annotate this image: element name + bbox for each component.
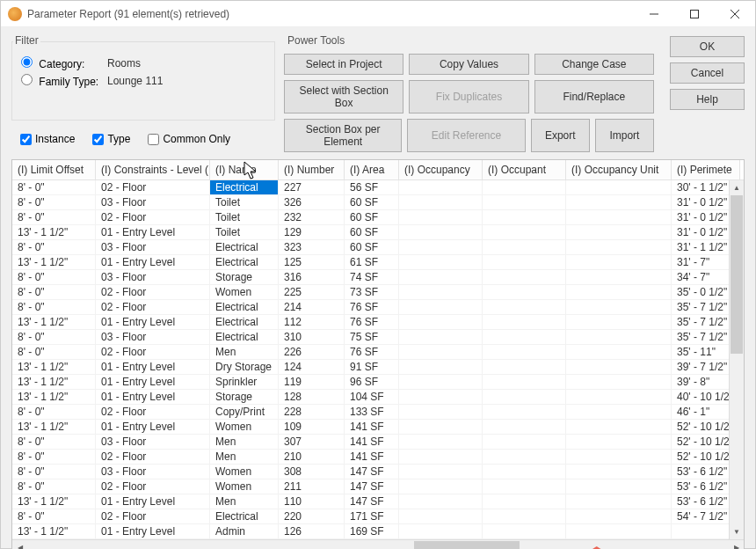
table-cell[interactable]: 8' - 0" xyxy=(12,285,96,299)
table-cell[interactable] xyxy=(483,285,566,299)
table-row[interactable]: 8' - 0"02 - FloorCopy/Print228133 SF46' … xyxy=(12,405,744,420)
table-cell[interactable]: 13' - 1 1/2" xyxy=(12,225,96,239)
table-cell[interactable] xyxy=(399,435,483,449)
table-row[interactable]: 13' - 1 1/2"01 - Entry LevelToilet12960 … xyxy=(12,225,744,240)
table-cell[interactable]: 129 xyxy=(279,225,345,239)
table-cell[interactable]: 8' - 0" xyxy=(12,465,96,479)
table-cell[interactable]: 01 - Entry Level xyxy=(96,390,210,404)
table-cell[interactable] xyxy=(483,450,566,464)
table-cell[interactable]: 01 - Entry Level xyxy=(96,315,210,329)
table-cell[interactable]: 310 xyxy=(279,330,345,344)
table-cell[interactable] xyxy=(399,360,483,374)
table-cell[interactable] xyxy=(566,285,672,299)
table-cell[interactable] xyxy=(566,509,672,523)
table-cell[interactable]: Men xyxy=(210,450,279,464)
table-cell[interactable]: 01 - Entry Level xyxy=(96,255,210,269)
table-cell[interactable]: 8' - 0" xyxy=(12,479,96,494)
table-cell[interactable] xyxy=(399,285,483,299)
table-cell[interactable]: 225 xyxy=(279,285,345,299)
table-cell[interactable]: 171 SF xyxy=(345,509,399,523)
table-row[interactable]: 13' - 1 1/2"01 - Entry LevelSprinkler119… xyxy=(12,375,744,390)
table-cell[interactable]: 8' - 0" xyxy=(12,195,96,209)
export-button[interactable]: Export xyxy=(531,119,590,152)
table-cell[interactable]: 76 SF xyxy=(345,300,399,314)
column-header[interactable]: (I) Name xyxy=(210,160,279,179)
select-section-box-button[interactable]: Select with Section Box xyxy=(284,80,403,113)
table-row[interactable]: 8' - 0"03 - FloorElectrical31075 SF35' -… xyxy=(12,330,744,345)
table-cell[interactable]: 119 xyxy=(279,375,345,389)
table-row[interactable]: 8' - 0"02 - FloorElectrical21476 SF35' -… xyxy=(12,300,744,315)
table-cell[interactable] xyxy=(566,405,672,419)
table-cell[interactable] xyxy=(483,195,566,209)
table-cell[interactable]: 76 SF xyxy=(345,345,399,359)
table-cell[interactable]: 307 xyxy=(279,435,345,449)
table-cell[interactable] xyxy=(399,255,483,269)
change-case-button[interactable]: Change Case xyxy=(534,54,654,75)
column-header[interactable]: (I) Constraints - Level ( xyxy=(96,160,210,179)
table-cell[interactable] xyxy=(483,180,566,194)
table-row[interactable]: 13' - 1 1/2"01 - Entry LevelWomen109141 … xyxy=(12,420,744,435)
table-cell[interactable] xyxy=(399,315,483,329)
table-cell[interactable]: 104 SF xyxy=(345,390,399,404)
table-cell[interactable] xyxy=(483,315,566,329)
table-cell[interactable]: 8' - 0" xyxy=(12,180,96,194)
table-cell[interactable]: 02 - Floor xyxy=(96,300,210,314)
category-radio[interactable]: Category: xyxy=(21,56,100,70)
table-cell[interactable] xyxy=(399,450,483,464)
table-cell[interactable]: 227 xyxy=(279,180,345,194)
table-cell[interactable] xyxy=(399,375,483,389)
table-cell[interactable]: 8' - 0" xyxy=(12,345,96,359)
type-checkbox[interactable]: Type xyxy=(92,133,130,145)
table-cell[interactable] xyxy=(566,524,672,538)
common-only-checkbox[interactable]: Common Only xyxy=(148,133,230,145)
table-cell[interactable]: 147 SF xyxy=(345,465,399,479)
table-cell[interactable]: 169 SF xyxy=(345,524,399,538)
table-cell[interactable] xyxy=(483,300,566,314)
scroll-right-icon[interactable]: ▶ xyxy=(729,540,744,549)
column-header[interactable]: (I) Limit Offset xyxy=(12,160,96,179)
table-cell[interactable]: Admin xyxy=(210,524,279,538)
table-cell[interactable]: 147 SF xyxy=(345,494,399,509)
table-cell[interactable] xyxy=(566,315,672,329)
table-cell[interactable]: 210 xyxy=(279,450,345,464)
maximize-button[interactable] xyxy=(674,1,715,27)
table-cell[interactable]: 01 - Entry Level xyxy=(96,225,210,239)
table-cell[interactable]: 13' - 1 1/2" xyxy=(12,524,96,538)
table-cell[interactable] xyxy=(566,330,672,344)
table-cell[interactable] xyxy=(483,210,566,224)
table-cell[interactable] xyxy=(483,465,566,479)
table-cell[interactable] xyxy=(399,494,483,509)
table-cell[interactable] xyxy=(399,330,483,344)
close-button[interactable] xyxy=(715,1,755,27)
results-table[interactable]: (I) Limit Offset(I) Constraints - Level … xyxy=(11,159,745,549)
table-cell[interactable]: 13' - 1 1/2" xyxy=(12,420,96,434)
table-cell[interactable]: Storage xyxy=(210,390,279,404)
table-cell[interactable] xyxy=(566,479,672,494)
table-cell[interactable]: Copy/Print xyxy=(210,405,279,419)
table-cell[interactable]: 02 - Floor xyxy=(96,210,210,224)
table-cell[interactable]: 76 SF xyxy=(345,315,399,329)
table-cell[interactable]: Women xyxy=(210,420,279,434)
table-cell[interactable]: Men xyxy=(210,345,279,359)
table-cell[interactable]: 02 - Floor xyxy=(96,345,210,359)
table-cell[interactable] xyxy=(399,390,483,404)
table-cell[interactable]: 01 - Entry Level xyxy=(96,420,210,434)
table-cell[interactable] xyxy=(399,180,483,194)
table-cell[interactable]: 8' - 0" xyxy=(12,300,96,314)
instance-checkbox[interactable]: Instance xyxy=(20,133,75,145)
table-cell[interactable] xyxy=(483,479,566,494)
table-row[interactable]: 8' - 0"03 - FloorWomen308147 SF53' - 6 1… xyxy=(12,465,744,479)
table-cell[interactable]: 60 SF xyxy=(345,210,399,224)
table-cell[interactable]: 13' - 1 1/2" xyxy=(12,390,96,404)
table-cell[interactable] xyxy=(483,240,566,254)
table-cell[interactable]: 13' - 1 1/2" xyxy=(12,375,96,389)
table-row[interactable]: 8' - 0"02 - FloorWomen211147 SF53' - 6 1… xyxy=(12,479,744,494)
table-cell[interactable]: 124 xyxy=(279,360,345,374)
table-row[interactable]: 8' - 0"03 - FloorElectrical32360 SF31' -… xyxy=(12,240,744,255)
table-cell[interactable]: 01 - Entry Level xyxy=(96,524,210,538)
table-cell[interactable] xyxy=(566,360,672,374)
column-header[interactable]: (I) Occupancy Unit xyxy=(566,160,672,179)
scroll-up-icon[interactable]: ▲ xyxy=(730,180,744,195)
table-cell[interactable]: 133 SF xyxy=(345,405,399,419)
table-cell[interactable]: 110 xyxy=(279,494,345,509)
